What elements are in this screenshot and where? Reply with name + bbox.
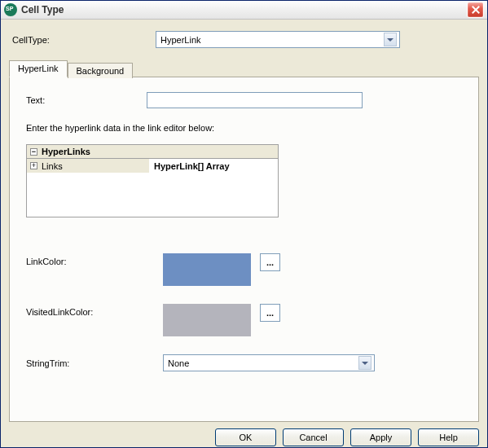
ok-button[interactable]: OK [215,428,276,446]
stringtrim-dropdown[interactable]: None [163,354,375,371]
visitedlinkcolor-picker-button[interactable]: ... [260,304,280,322]
window-title: Cell Type [21,4,467,15]
close-button[interactable] [467,2,484,18]
celltype-row: CellType: HyperLink [9,31,479,48]
text-row: Text: [26,92,462,108]
stringtrim-value: None [168,358,358,368]
instruction-text: Enter the hyperlink data in the link edi… [26,123,462,133]
close-icon [472,6,480,14]
celltype-label: CellType: [9,35,156,45]
grid-header[interactable]: − HyperLinks [27,145,278,159]
grid-cell-label: + Links [27,159,149,173]
tab-hyperlink[interactable]: HyperLink [9,60,68,77]
grid-row-label: Links [42,161,63,171]
linkcolor-swatch [163,253,251,286]
chevron-down-icon [387,38,393,42]
grid-header-text: HyperLinks [42,147,90,156]
visitedlinkcolor-row: VisitedLinkColor: ... [26,304,462,336]
dropdown-button[interactable] [358,356,371,370]
titlebar: Cell Type [1,1,487,20]
cancel-button[interactable]: Cancel [283,428,344,446]
linkcolor-picker-button[interactable]: ... [260,253,280,271]
linkcolor-label: LinkColor: [26,253,163,266]
text-input[interactable] [147,92,363,108]
apply-button[interactable]: Apply [350,428,411,446]
link-editor-grid[interactable]: − HyperLinks + Links HyperLink[] Array [26,144,279,217]
stringtrim-row: StringTrim: None [26,354,462,371]
collapse-icon[interactable]: − [30,148,37,156]
dropdown-button[interactable] [384,33,397,46]
button-bar: OK Cancel Apply Help [1,422,487,448]
tab-background[interactable]: Background [68,63,134,78]
content-area: CellType: HyperLink HyperLink Background… [1,20,487,422]
text-label: Text: [26,95,147,105]
linkcolor-row: LinkColor: ... [26,253,462,286]
tab-strip: HyperLink Background [9,59,479,77]
visitedlinkcolor-label: VisitedLinkColor: [26,304,163,317]
tab-panel-hyperlink: Text: Enter the hyperlink data in the li… [9,77,479,422]
expand-icon[interactable]: + [30,162,37,169]
celltype-value: HyperLink [160,35,384,45]
stringtrim-label: StringTrim: [26,358,163,368]
grid-row-links[interactable]: + Links HyperLink[] Array [27,159,278,173]
visitedlinkcolor-swatch [163,304,251,336]
grid-row-value: HyperLink[] Array [149,161,278,171]
app-icon [4,3,17,16]
chevron-down-icon [362,362,368,365]
celltype-dropdown[interactable]: HyperLink [156,31,400,48]
help-button[interactable]: Help [418,428,479,446]
